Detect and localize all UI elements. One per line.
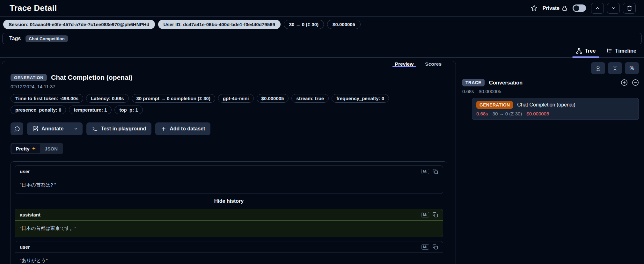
chevron-down-icon [611, 5, 616, 11]
tab-preview[interactable]: Preview [391, 61, 418, 67]
metric-badge-model[interactable]: gpt-4o-mini [218, 94, 254, 103]
annotate-split-button: Annotate [27, 122, 83, 135]
message-content: "日本の首都は? " [15, 177, 443, 194]
chevron-down-icon [74, 127, 78, 131]
generation-node-selected[interactable]: GENERATION Chat Completion (openai) 0.68… [472, 98, 639, 120]
metric-badge-tokens: 30 prompt → 0 completion (Σ 30) [132, 94, 215, 103]
scores-toggle-button[interactable] [591, 62, 605, 74]
metric-badge-latency: Latency: 0.68s [86, 94, 128, 103]
preview-panel: Preview Scores GENERATION Chat Completio… [2, 61, 456, 264]
star-icon [531, 5, 538, 11]
annotate-button[interactable]: Annotate [27, 122, 69, 135]
pretty-label: Pretty [16, 146, 30, 151]
comment-button[interactable] [11, 122, 23, 135]
markdown-toggle-icon[interactable]: M↓ [421, 244, 429, 250]
message-header: assistant M↓ [15, 209, 443, 221]
format-json-button[interactable]: JSON [40, 144, 62, 153]
generation-node-title: Chat Completion (openai) [517, 102, 575, 108]
message-header: user M↓ [15, 166, 443, 177]
tab-timeline-label: Timeline [615, 48, 636, 54]
copy-button[interactable] [433, 244, 438, 250]
copy-icon [433, 244, 438, 250]
page-title: Trace Detail [10, 3, 57, 13]
test-in-playground-button[interactable]: Test in playground [86, 122, 151, 135]
preview-panel-tabs: Preview Scores [2, 61, 456, 67]
trace-metrics: 0.68s $0.000005 [462, 89, 639, 94]
trace-tree-panel: % TRACE Conversation [456, 61, 641, 264]
tab-scores[interactable]: Scores [421, 61, 446, 67]
copy-icon [433, 212, 438, 217]
io-preview-container: user M↓ "日本の首都は? " [11, 161, 447, 264]
trace-detail-page: Trace Detail Private [0, 0, 644, 264]
format-pretty-button[interactable]: Pretty ✦ [11, 144, 40, 153]
next-trace-button[interactable] [607, 3, 620, 14]
message-card-assistant: assistant M↓ "日本の首都は東京です。" [15, 209, 443, 237]
observation-timestamp: 02/12/2024, 14:11:37 [11, 84, 447, 89]
markdown-toggle-icon[interactable]: M↓ [421, 169, 429, 174]
plus-icon [161, 126, 166, 132]
prev-trace-button[interactable] [591, 3, 604, 14]
metric-badge-temperature: temperature: 1 [69, 106, 112, 114]
observation-type-badge: GENERATION [11, 74, 47, 81]
message-content: "ありがとう" [15, 253, 443, 264]
tab-tree[interactable]: Tree [572, 44, 599, 57]
copy-icon [433, 169, 438, 174]
generation-node-metrics: 0.68s 30 → 0 (Σ 30) $0.000005 [476, 111, 634, 116]
tags-container: Tags Chat Competition [2, 33, 642, 44]
annotate-dropdown-button[interactable] [69, 122, 83, 135]
trace-root-node[interactable]: TRACE Conversation [462, 79, 639, 86]
circle-minus-icon [632, 79, 639, 86]
message-header-icons: M↓ [421, 169, 438, 174]
playground-label: Test in playground [101, 126, 146, 132]
add-to-dataset-button[interactable]: Add to dataset [155, 122, 210, 135]
message-header: user M↓ [15, 241, 443, 253]
award-icon [595, 65, 601, 71]
session-badge[interactable]: Session: 01aaacf6-e0fe-457d-a7de-7c1ee08… [3, 20, 155, 29]
chevron-up-icon [595, 5, 600, 11]
metric-badge-cost: $0.000005 [257, 94, 289, 103]
annotate-label: Annotate [41, 126, 63, 132]
collapse-all-button[interactable] [608, 62, 622, 74]
top-bar: Trace Detail Private [0, 0, 644, 17]
message-header-icons: M↓ [421, 212, 438, 217]
metric-badge-presence-penalty: presence_penalty: 0 [11, 106, 66, 114]
view-tabs: Tree Timeline [0, 44, 644, 58]
token-usage-badge: 30 → 0 (Σ 30) [284, 20, 324, 29]
split-divider [69, 124, 69, 133]
cost-badge: $0.000005 [327, 20, 361, 29]
copy-button[interactable] [433, 212, 438, 217]
spacer [15, 237, 443, 241]
bookmark-star-button[interactable] [531, 5, 538, 11]
metric-badge-top-p: top_p: 1 [114, 106, 143, 114]
generation-cost: $0.000005 [526, 111, 549, 116]
message-content: "日本の首都は東京です。" [15, 221, 443, 237]
user-id-badge[interactable]: User ID: dc47a41e-06bc-400d-bde1-f0e440d… [158, 20, 281, 29]
generation-type-badge: GENERATION [476, 101, 513, 109]
delete-trace-button[interactable] [623, 3, 636, 14]
metric-badge-ttft: Time to first token: -498.00s [11, 94, 83, 103]
collapse-tree-button[interactable] [632, 79, 639, 86]
observation-detail: GENERATION Chat Completion (openai) 02/1… [2, 67, 456, 264]
toggle-knob [574, 5, 579, 11]
trace-latency: 0.68s [462, 89, 474, 94]
markdown-toggle-icon[interactable]: M↓ [421, 212, 429, 217]
tree-children: GENERATION Chat Completion (openai) 0.68… [468, 98, 639, 120]
privacy-status: Private [543, 5, 567, 11]
workspace: Preview Scores GENERATION Chat Completio… [0, 58, 644, 264]
hide-history-button[interactable]: Hide history [15, 194, 443, 209]
public-toggle[interactable] [573, 4, 586, 12]
observation-header: GENERATION Chat Completion (openai) [11, 74, 447, 81]
trace-title: Conversation [489, 80, 616, 86]
metrics-toggle-button[interactable]: % [625, 62, 639, 74]
format-toggle: Pretty ✦ JSON [11, 143, 63, 154]
copy-button[interactable] [433, 169, 438, 174]
expand-all-button[interactable] [621, 79, 628, 86]
tag-chat-competition[interactable]: Chat Competition [26, 35, 68, 42]
tab-timeline[interactable]: Timeline [603, 44, 640, 57]
timeline-icon [606, 48, 612, 54]
message-role: user [20, 244, 30, 250]
message-card-user-2: user M↓ "ありがとう" [15, 241, 443, 264]
message-role: assistant [20, 212, 40, 217]
top-actions: Private [531, 3, 636, 14]
percent-icon: % [629, 65, 634, 71]
